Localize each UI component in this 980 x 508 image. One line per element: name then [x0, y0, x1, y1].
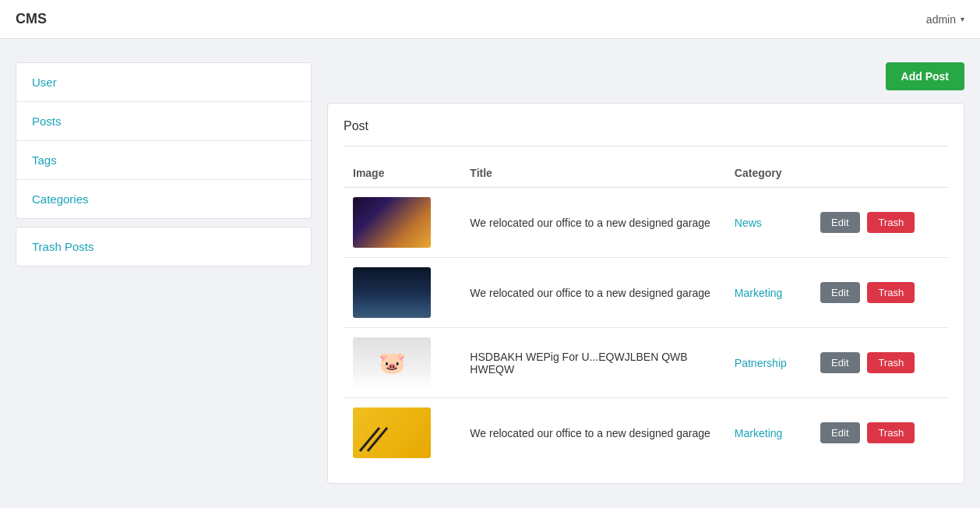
table-row: We relocated our office to a new designe…	[344, 258, 948, 328]
post-title-cell: We relocated our office to a new designe…	[460, 258, 725, 328]
trash-button[interactable]: Trash	[867, 352, 915, 373]
post-image-cell: 🐷	[344, 328, 460, 398]
post-category-cell: Marketing	[725, 398, 811, 468]
posts-table: Image Title Category We relocated our of…	[344, 159, 948, 467]
post-category-cell: News	[725, 188, 811, 258]
col-actions	[811, 159, 948, 188]
post-actions-cell: Edit Trash	[811, 258, 948, 328]
table-row: We relocated our office to a new designe…	[344, 398, 948, 468]
post-image-cell	[344, 188, 460, 258]
table-row: We relocated our office to a new designe…	[344, 188, 948, 258]
content-area: Add Post Post Image Title Category We re…	[327, 62, 964, 484]
post-category-cell: Patnership	[725, 328, 811, 398]
user-menu[interactable]: admin ▾	[926, 13, 964, 26]
col-category: Category	[725, 159, 811, 188]
chevron-down-icon: ▾	[961, 15, 964, 23]
table-header-row: Image Title Category	[344, 159, 948, 188]
sidebar-item-trash-posts[interactable]: Trash Posts	[16, 227, 312, 266]
post-image	[353, 197, 431, 248]
trash-button[interactable]: Trash	[867, 212, 915, 233]
post-image	[353, 267, 431, 318]
trash-button[interactable]: Trash	[867, 422, 915, 443]
post-image: 🐷	[353, 337, 431, 388]
post-title-cell: HSDBAKH WEPig For U...EQWJLBEN QWB HWEQW	[460, 328, 725, 398]
edit-button[interactable]: Edit	[820, 282, 859, 303]
sidebar-item-categories[interactable]: Categories	[16, 180, 311, 218]
topbar: CMS admin ▾	[0, 0, 980, 39]
post-image-cell	[344, 258, 460, 328]
sidebar-item-posts[interactable]: Posts	[16, 102, 311, 141]
col-title: Title	[460, 159, 725, 188]
trash-button[interactable]: Trash	[867, 282, 915, 303]
post-actions-cell: Edit Trash	[811, 328, 948, 398]
table-row: 🐷 HSDBAKH WEPig For U...EQWJLBEN QWB HWE…	[344, 328, 948, 398]
main-layout: User Posts Tags Categories Trash Posts A…	[0, 39, 980, 507]
col-image: Image	[344, 159, 460, 188]
add-post-row: Add Post	[327, 62, 964, 90]
sidebar: User Posts Tags Categories Trash Posts	[16, 62, 312, 484]
post-actions-cell: Edit Trash	[811, 188, 948, 258]
edit-button[interactable]: Edit	[820, 212, 859, 233]
sidebar-menu: User Posts Tags Categories	[16, 62, 312, 219]
post-image-cell	[344, 398, 460, 468]
sidebar-item-user[interactable]: User	[16, 63, 311, 102]
post-image	[353, 407, 431, 458]
sidebar-item-tags[interactable]: Tags	[16, 141, 311, 180]
brand-logo: CMS	[16, 11, 47, 27]
post-actions-cell: Edit Trash	[811, 398, 948, 468]
add-post-button[interactable]: Add Post	[886, 62, 964, 90]
table-title: Post	[344, 119, 948, 146]
post-title-cell: We relocated our office to a new designe…	[460, 398, 725, 468]
edit-button[interactable]: Edit	[820, 352, 859, 373]
edit-button[interactable]: Edit	[820, 422, 859, 443]
post-table-container: Post Image Title Category We relocated o…	[327, 103, 964, 484]
post-title-cell: We relocated our office to a new designe…	[460, 188, 725, 258]
user-name: admin	[926, 13, 956, 26]
post-category-cell: Marketing	[725, 258, 811, 328]
